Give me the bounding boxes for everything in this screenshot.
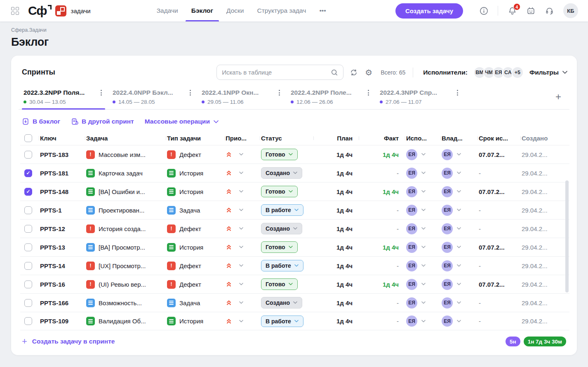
owner-cell[interactable]: ЕЯ xyxy=(441,260,478,271)
chevron-down-icon[interactable] xyxy=(293,301,298,304)
kebab-menu-icon[interactable] xyxy=(187,88,193,97)
task-title[interactable]: Возможность... xyxy=(99,299,142,306)
sprint-tab[interactable]: 2022.4.2NPP Поле... 12.06 — 26.06 xyxy=(289,86,373,109)
refresh-icon[interactable] xyxy=(349,68,358,77)
task-title[interactable]: [ВА] Ошибки и... xyxy=(99,188,145,195)
executor-avatar[interactable]: ЕЯ xyxy=(406,316,417,327)
row-checkbox[interactable] xyxy=(24,206,32,214)
kebab-menu-icon[interactable] xyxy=(276,88,282,97)
nav-item[interactable]: Задачи xyxy=(157,0,178,21)
column-header[interactable]: План xyxy=(314,135,359,142)
row-checkbox[interactable] xyxy=(24,281,32,288)
chevron-down-icon[interactable] xyxy=(456,171,461,175)
task-title[interactable]: [ВА] Просмотр... xyxy=(99,244,145,251)
owner-avatar[interactable]: ЕЯ xyxy=(442,149,453,160)
chevron-down-icon[interactable] xyxy=(456,190,461,193)
chevron-down-icon[interactable] xyxy=(421,208,426,212)
executor-avatar[interactable]: ЕЯ xyxy=(406,149,417,160)
status-badge[interactable]: Создано xyxy=(261,167,302,179)
executor-cell[interactable]: ЕЯ xyxy=(405,242,441,253)
add-sprint-icon[interactable]: + xyxy=(550,91,566,104)
create-task-in-sprint-button[interactable]: + Создать задачу в спринте xyxy=(22,336,115,347)
priority-cell[interactable] xyxy=(225,225,260,232)
owner-avatar[interactable]: ЕЯ xyxy=(442,316,453,327)
priority-cell[interactable] xyxy=(225,299,260,306)
priority-cell[interactable] xyxy=(225,262,260,269)
chevron-down-icon[interactable] xyxy=(294,264,299,267)
table-row[interactable]: PPTS-16 !(UI) Ревью вер... !Дефект Готов… xyxy=(20,275,569,293)
priority-cell[interactable] xyxy=(225,151,260,158)
chevron-down-icon[interactable] xyxy=(288,283,293,286)
nav-item[interactable]: Доски xyxy=(226,0,244,21)
kebab-menu-icon[interactable] xyxy=(454,88,461,97)
chevron-down-icon[interactable] xyxy=(421,264,426,267)
row-checkbox[interactable] xyxy=(24,299,32,307)
assistant-bot-icon[interactable] xyxy=(526,6,535,15)
executor-cell[interactable]: ЕЯ xyxy=(405,205,441,216)
executor-cell[interactable]: ЕЯ xyxy=(405,260,441,271)
status-badge[interactable]: Готово xyxy=(261,241,298,253)
executor-avatar[interactable]: ЕЯ xyxy=(406,279,417,290)
table-row[interactable]: ✓ PPTS-181 Карточка задач История Создан… xyxy=(20,164,569,182)
row-checkbox[interactable] xyxy=(24,151,32,159)
row-checkbox[interactable]: ✓ xyxy=(24,169,32,177)
column-header[interactable]: Испо... xyxy=(405,135,441,142)
column-header[interactable]: Прио... xyxy=(225,135,260,142)
executor-avatar[interactable]: ЕЯ xyxy=(406,205,417,216)
chevron-down-icon[interactable] xyxy=(421,283,426,286)
task-title[interactable]: История созда... xyxy=(99,225,146,232)
chevron-down-icon[interactable] xyxy=(288,190,293,193)
column-header[interactable]: Создано xyxy=(521,135,569,142)
owner-avatar[interactable]: ЕЯ xyxy=(442,242,453,253)
kebab-menu-icon[interactable] xyxy=(98,88,104,97)
executor-avatar[interactable]: ЕЯ xyxy=(406,297,417,309)
notifications-bell-icon[interactable]: 4 xyxy=(508,6,517,15)
owner-cell[interactable]: ЕЯ xyxy=(441,279,478,290)
owner-avatar[interactable]: ЕЯ xyxy=(442,297,453,309)
chevron-down-icon[interactable] xyxy=(421,190,426,193)
nav-item[interactable]: Структура задач xyxy=(257,0,306,21)
owner-cell[interactable]: ЕЯ xyxy=(441,297,478,309)
status-badge[interactable]: В работе xyxy=(261,204,303,216)
table-row[interactable]: ✓ PPTS-148 [ВА] Ошибки и... История Гото… xyxy=(20,182,569,201)
sprint-tab[interactable]: 2022.4.1NPP Окн... 29.05 — 11.06 xyxy=(200,86,284,109)
assignee-avatar[interactable]: +5 xyxy=(511,66,524,79)
column-header[interactable]: Срок ис... xyxy=(478,135,521,142)
task-title[interactable]: [UX] Просмотр... xyxy=(99,262,146,269)
kebab-menu-icon[interactable] xyxy=(365,88,372,97)
chevron-down-icon[interactable] xyxy=(293,171,298,175)
task-title[interactable]: Проектирован... xyxy=(99,207,144,214)
nav-item[interactable]: ••• xyxy=(319,0,326,21)
status-badge[interactable]: Готово xyxy=(261,149,298,160)
chevron-down-icon[interactable] xyxy=(456,301,461,304)
chevron-down-icon[interactable] xyxy=(239,264,244,267)
chevron-down-icon[interactable] xyxy=(421,171,426,175)
chevron-down-icon[interactable] xyxy=(239,208,244,212)
owner-cell[interactable]: ЕЯ xyxy=(441,149,478,160)
row-checkbox[interactable] xyxy=(24,225,32,233)
move-to-sprint-button[interactable]: В другой спринт xyxy=(71,118,134,125)
support-headset-icon[interactable] xyxy=(545,6,554,15)
task-title[interactable]: Карточка задач xyxy=(99,170,143,177)
owner-cell[interactable]: ЕЯ xyxy=(441,242,478,253)
table-row[interactable]: PPTS-12 !История созда... !Дефект Создан… xyxy=(20,219,569,238)
column-header[interactable]: Задача xyxy=(85,135,166,142)
chevron-down-icon[interactable] xyxy=(456,245,461,249)
column-header[interactable]: Ключ xyxy=(39,135,85,142)
scrollbar-thumb[interactable] xyxy=(565,180,569,292)
task-title[interactable]: (UI) Ревью вер... xyxy=(99,281,146,288)
search-input[interactable] xyxy=(222,69,327,76)
chevron-down-icon[interactable] xyxy=(456,283,461,286)
chevron-down-icon[interactable] xyxy=(456,153,461,156)
table-row[interactable]: PPTS-14 ![UX] Просмотр... !Дефект В рабо… xyxy=(20,256,569,275)
settings-gear-icon[interactable]: ⚙ xyxy=(364,68,373,77)
status-badge[interactable]: Готово xyxy=(261,186,298,197)
priority-cell[interactable] xyxy=(225,188,260,195)
user-avatar[interactable]: КБ xyxy=(563,3,578,18)
chevron-down-icon[interactable] xyxy=(456,264,461,267)
column-header[interactable]: Влад... xyxy=(441,135,478,142)
executor-cell[interactable]: ЕЯ xyxy=(405,168,441,179)
owner-cell[interactable]: ЕЯ xyxy=(441,316,478,327)
table-row[interactable]: PPTS-1 Проектирован... Задача В работе 1… xyxy=(20,201,569,219)
status-badge[interactable]: Готово xyxy=(261,278,298,290)
